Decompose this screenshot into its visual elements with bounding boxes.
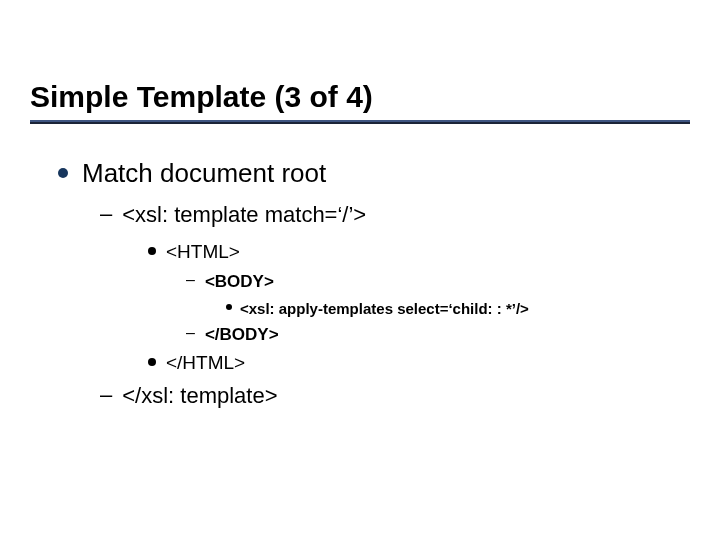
slide-title: Simple Template (3 of 4) xyxy=(30,80,690,114)
bullet-text: </BODY> xyxy=(205,323,279,347)
bullet-level-3: </HTML> xyxy=(148,351,690,376)
bullet-text: <xsl: template match=‘/’> xyxy=(122,201,366,230)
bullet-level-2: – <xsl: template match=‘/’> xyxy=(100,201,690,230)
bullet-text: <HTML> xyxy=(166,240,240,265)
bullet-level-4: – <BODY> xyxy=(186,270,690,294)
bullet-disc-icon xyxy=(226,304,232,310)
bullet-dash-icon: – xyxy=(186,270,195,289)
bullet-text: <BODY> xyxy=(205,270,274,294)
bullet-text: Match document root xyxy=(82,158,326,189)
bullet-disc-icon xyxy=(58,168,68,178)
bullet-dash-icon: – xyxy=(186,323,195,342)
bullet-dash-icon: – xyxy=(100,382,112,408)
bullet-disc-icon xyxy=(148,358,156,366)
bullet-dash-icon: – xyxy=(100,201,112,227)
bullet-disc-icon xyxy=(148,247,156,255)
bullet-text: </xsl: template> xyxy=(122,382,277,411)
bullet-text: <xsl: apply-templates select=‘child: : *… xyxy=(240,298,529,319)
bullet-level-4: – </BODY> xyxy=(186,323,690,347)
bullet-text: </HTML> xyxy=(166,351,245,376)
slide: Simple Template (3 of 4) Match document … xyxy=(0,0,720,450)
bullet-level-2: – </xsl: template> xyxy=(100,382,690,411)
bullet-level-3: <HTML> xyxy=(148,240,690,265)
bullet-level-5: <xsl: apply-templates select=‘child: : *… xyxy=(226,298,690,319)
title-underline xyxy=(30,120,690,124)
bullet-level-1: Match document root xyxy=(58,158,690,189)
